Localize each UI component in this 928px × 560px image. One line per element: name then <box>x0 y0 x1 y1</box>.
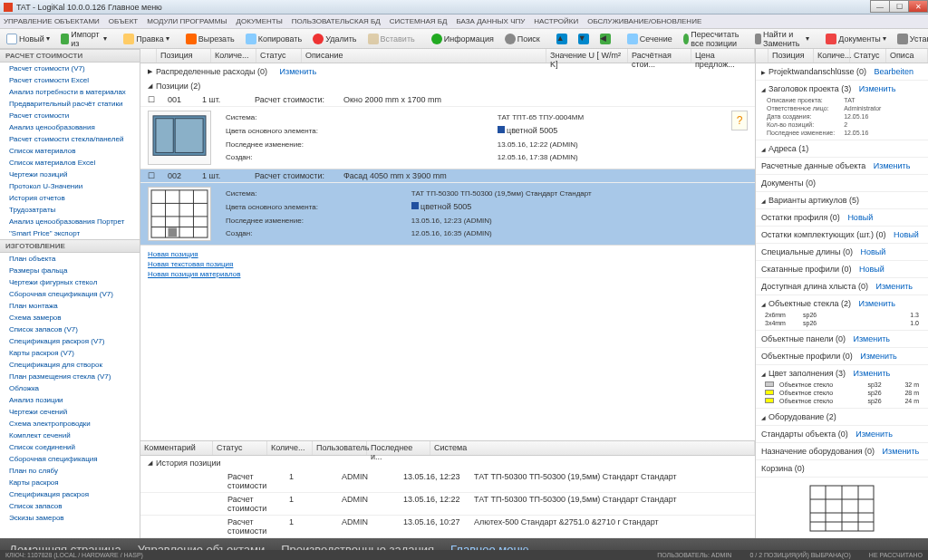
col-qty[interactable]: Количе... <box>211 49 256 63</box>
sidebar-item[interactable]: Список запасов <box>0 500 140 512</box>
min-button[interactable]: — <box>870 0 890 13</box>
sidebar-item[interactable]: Спецификация для створок <box>0 359 140 371</box>
comp-rem-header[interactable]: Остатки комплектующих (шт.) (0) Новый <box>761 228 923 241</box>
paste-button[interactable]: Вставить <box>365 33 418 45</box>
rolled-header[interactable]: Скатанные профили (0) Новый <box>761 263 923 275</box>
col-u[interactable]: Значение U [ W/m² K] <box>546 49 628 63</box>
sidebar-item[interactable]: Чертежи сечений <box>0 406 140 418</box>
sidebar-item[interactable]: "Smart Price" экспорт <box>0 227 140 239</box>
recalc-button[interactable]: Пересчитать все позиции <box>681 29 747 49</box>
close-button[interactable]: ✕ <box>908 0 928 13</box>
menu-item[interactable]: БАЗА ДАННЫХ ЧПУ <box>456 17 525 25</box>
spec-len-header[interactable]: Специальные длины (0) Новый <box>761 246 923 258</box>
sidebar-item[interactable]: Расчет стоимости (V7) <box>0 63 140 74</box>
edit-link[interactable]: Изменить <box>280 67 317 76</box>
sidebar-item[interactable]: Список материалов <box>0 145 140 157</box>
docs-header[interactable]: Документы (0) <box>761 177 923 189</box>
sidebar-item[interactable]: Комплект сечений <box>0 430 140 441</box>
delete-button[interactable]: Удалить <box>310 33 359 45</box>
calcdata-header[interactable]: Расчетные данные объекта Изменить <box>761 159 923 172</box>
sidebar-item[interactable]: Расчет стоимости Excel <box>0 74 140 86</box>
history-header[interactable]: ◢История позиции <box>140 456 755 470</box>
position-card[interactable]: Система:ТАТ ТПТ-65 ТПУ-0004ММ Цвета осно… <box>140 107 755 169</box>
whip-len-header[interactable]: Доступная длина хлыста (0) Изменить <box>761 280 923 293</box>
sidebar-item[interactable]: Анализ ценообразования Портрет <box>0 216 140 227</box>
menu-item[interactable]: ОБЪЕКТ <box>109 17 138 25</box>
sidebar-item[interactable]: Сборочная спецификация <box>0 453 140 465</box>
sidebar-item[interactable]: Спецификация раскроя <box>0 488 140 500</box>
sidebar-item[interactable]: Расчет стоимости стекла/панелей <box>0 133 140 145</box>
menu-item[interactable]: ОБСЛУЖИВАНИЕ/ОБНОВЛЕНИЕ <box>587 17 701 25</box>
sidebar-item[interactable]: История отчетов <box>0 192 140 204</box>
sidebar-item[interactable]: Список запасов (V7) <box>0 323 140 335</box>
menu-item[interactable]: УПРАВЛЕНИЕ ОБЪЕКТАМИ <box>4 17 100 25</box>
menu-item[interactable]: СИСТЕМНАЯ БД <box>390 17 448 25</box>
sidebar-item[interactable]: Список соединений <box>0 441 140 453</box>
sidebar-item[interactable]: План по слябу <box>0 465 140 477</box>
new-button[interactable]: Новый ▾ <box>4 33 53 45</box>
sidebar-item[interactable]: Список материалов Excel <box>0 157 140 169</box>
section-button[interactable]: Сечение <box>624 33 675 45</box>
sidebar-item[interactable]: Анализ позиции <box>0 394 140 406</box>
col-expand[interactable] <box>140 49 157 63</box>
equip-assign-header[interactable]: Назначение оборудования (0) Изменить <box>761 445 923 458</box>
col-position[interactable]: Позиция <box>157 49 211 63</box>
max-button[interactable]: ☐ <box>889 0 909 13</box>
col-status[interactable]: Статус <box>256 49 302 63</box>
find-button[interactable]: Найти и Заменить ▾ <box>752 29 812 49</box>
sidebar-item[interactable]: Схема электропроводки <box>0 418 140 430</box>
sidebar-item[interactable]: Сборочная спецификация (V7) <box>0 288 140 300</box>
obj-panel-header[interactable]: Объектные панели (0) Изменить <box>761 333 923 345</box>
cut-button[interactable]: Вырезать <box>183 33 237 45</box>
up-button[interactable]: ▲ <box>554 33 570 45</box>
new-material-position-link[interactable]: Новая позиция материалов <box>148 269 748 279</box>
fill-color-header[interactable]: ◢Цвет заполнения (3) Изменить <box>761 367 923 380</box>
equipment-header[interactable]: ◢Оборудование (2) <box>761 410 923 423</box>
basket-header[interactable]: Корзина (0) <box>761 462 923 475</box>
info-button[interactable]: Информация <box>429 33 497 45</box>
col-desc[interactable]: Описание <box>302 49 546 63</box>
history-row[interactable]: Расчет стоимости1ADMIN13.05.16, 12:22ТАТ… <box>140 493 755 516</box>
profile-rem-header[interactable]: Остатки профиля (0) Новый <box>761 211 923 224</box>
sidebar-item[interactable]: Карты раскроя <box>0 477 140 488</box>
docs-button[interactable]: Документы ▾ <box>823 33 888 45</box>
sidebar-item[interactable]: Протокол U-Значении <box>0 180 140 192</box>
sidebar-item[interactable]: План размещения стекла (V7) <box>0 371 140 382</box>
sidebar-item[interactable]: Чертежи фигурных стекол <box>0 276 140 288</box>
obj-prof-header[interactable]: Объектные профили (0) Изменить <box>761 350 923 362</box>
sidebar-item[interactable]: Предварительный расчёт статики <box>0 98 140 110</box>
sidebar-item[interactable]: Чертежи позиций <box>0 169 140 180</box>
sidebar-item[interactable]: Анализ ценообразования <box>0 121 140 133</box>
history-row[interactable]: Расчет стоимости1ADMIN13.05.16, 10:27Алю… <box>140 516 755 538</box>
sidebar-item[interactable]: План монтажа <box>0 300 140 312</box>
install-button[interactable]: Установки <box>894 33 928 45</box>
menu-item[interactable]: ПОЛЬЗОВАТЕЛЬСКАЯ БД <box>292 17 381 25</box>
positions-header[interactable]: ◢Позиции (2) <box>140 79 755 93</box>
position-card-selected[interactable]: Система:ТАТ ТП-50300 ТП-50300 (19,5мм) С… <box>140 183 755 246</box>
sidebar-item[interactable]: Анализ потребности в материалах <box>0 86 140 98</box>
dist-costs-header[interactable]: ▶Распределенные расходы (0) Изменить <box>140 63 755 79</box>
sidebar-item[interactable]: Спецификация раскроя (V7) <box>0 335 140 347</box>
sidebar-item[interactable]: План объекта <box>0 253 140 265</box>
sidebar-item[interactable]: Карты раскроя (V7) <box>0 347 140 359</box>
standards-header[interactable]: Стандарты объекта (0) Изменить <box>761 428 923 440</box>
sidebar-item[interactable]: Обложка <box>0 382 140 394</box>
sidebar-item[interactable]: Трудозатраты <box>0 204 140 216</box>
col-offer[interactable]: Цена предлож... <box>691 49 755 63</box>
articles-header[interactable]: ◢Варианты артикулов (5) <box>761 194 923 207</box>
history-row[interactable]: Расчет стоимости1ADMIN13.05.16, 12:23ТАТ… <box>140 470 755 493</box>
sidebar-item[interactable]: Расчет стоимости <box>0 110 140 121</box>
down-button[interactable]: ▼ <box>575 33 592 45</box>
sidebar-item[interactable]: Размеры фальца <box>0 265 140 276</box>
position-row[interactable]: ☐0021 шт.Расчет стоимости:Фасад 4050 mm … <box>140 169 755 183</box>
position-row[interactable]: ☐0011 шт.Расчет стоимости:Окно 2000 mm x… <box>140 93 755 107</box>
back-button[interactable]: ◀ <box>597 33 614 45</box>
menu-item[interactable]: ДОКУМЕНТЫ <box>237 17 283 25</box>
project-header[interactable]: ◢Заголовок проекта (3) Изменить <box>761 82 923 95</box>
new-position-link[interactable]: Новая позиция <box>148 249 748 259</box>
new-text-position-link[interactable]: Новая текстовая позиция <box>148 259 748 269</box>
col-cost[interactable]: Расчётная стои... <box>628 49 691 63</box>
sidebar-item[interactable]: Эскизы замеров <box>0 512 140 524</box>
addresses-header[interactable]: ◢Адреса (1) <box>761 142 923 155</box>
anschluss-header[interactable]: ▶Projektwandanschlüsse (0) Bearbeiten <box>761 65 923 78</box>
